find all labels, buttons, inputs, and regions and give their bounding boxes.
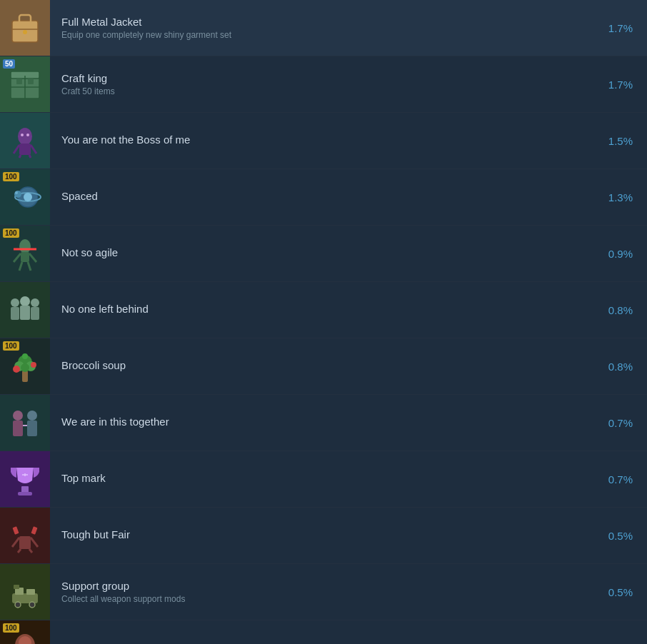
svg-rect-8 [16, 79, 22, 84]
achievement-icon-craft-king: 50 [0, 56, 50, 112]
achievement-row[interactable]: Support groupCollect all weapon support … [0, 564, 647, 620]
achievement-badge: 50 [3, 59, 15, 69]
svg-point-40 [21, 363, 29, 372]
achievement-icon-support-group [0, 564, 50, 620]
achievement-title: No one left behind [61, 303, 593, 315]
svg-point-66 [29, 602, 35, 608]
achievement-icon-top-mark [0, 451, 50, 507]
svg-rect-35 [31, 307, 39, 320]
svg-line-26 [29, 253, 36, 262]
achievement-icon-spaced: 100 [0, 169, 50, 225]
svg-point-20 [24, 193, 32, 201]
achievement-info-craft-king: Craft kingCraft 50 items [50, 64, 604, 105]
achievement-row[interactable]: 100Not so agile0.9% [0, 226, 647, 282]
svg-line-25 [14, 253, 21, 262]
achievement-list: Full Metal JacketEquip one completely ne… [0, 0, 647, 644]
svg-line-58 [29, 549, 32, 553]
svg-point-10 [18, 128, 32, 145]
achievement-info-top-mark: Top mark [50, 463, 604, 495]
svg-point-21 [14, 191, 21, 198]
achievement-info-not-so-agile: Not so agile [50, 238, 604, 269]
achievement-info-we-are-in-this-together: We are in this together [50, 407, 604, 438]
svg-rect-63 [26, 589, 35, 595]
achievement-percent: 1.7% [604, 79, 647, 91]
achievement-info-brute-hunter: Brute Hunter [50, 633, 604, 644]
svg-point-45 [27, 411, 37, 421]
achievement-icon-you-are-not-the-boss [0, 113, 50, 168]
svg-point-3 [23, 30, 27, 34]
svg-point-23 [19, 239, 31, 253]
achievement-percent: 1.3% [604, 191, 647, 203]
achievement-percent: 0.8% [604, 304, 647, 316]
svg-point-30 [11, 298, 19, 307]
achievement-percent: 0.5% [604, 530, 647, 542]
achievement-row[interactable]: Full Metal JacketEquip one completely ne… [0, 0, 647, 56]
achievement-info-no-one-left-behind: No one left behind [50, 294, 604, 326]
achievement-info-you-are-not-the-boss: You are not the Boss of me [50, 125, 604, 156]
svg-line-12 [14, 145, 19, 154]
achievement-row[interactable]: Tough but Fair0.5% [0, 508, 647, 564]
achievement-info-full-metal-jacket: Full Metal JacketEquip one completely ne… [50, 7, 604, 49]
svg-rect-47 [27, 421, 37, 436]
achievement-row[interactable]: 100Spaced1.3% [0, 169, 647, 226]
achievement-title: Not so agile [61, 246, 593, 258]
achievement-row[interactable]: 50Craft kingCraft 50 items1.7% [0, 56, 647, 113]
achievement-description: Craft 50 items [61, 86, 593, 96]
achievement-badge: 100 [3, 228, 19, 238]
svg-rect-46 [13, 421, 23, 436]
achievement-title: Craft king [61, 72, 593, 84]
svg-rect-9 [28, 79, 34, 84]
achievement-row[interactable]: Top mark0.7% [0, 451, 647, 508]
svg-line-15 [29, 155, 31, 158]
svg-point-17 [26, 134, 29, 136]
achievement-icon-broccoli-soup: 100 [0, 338, 50, 394]
svg-line-57 [18, 549, 21, 553]
svg-point-42 [31, 362, 36, 368]
achievement-info-spaced: Spaced [50, 181, 604, 213]
svg-rect-24 [21, 252, 29, 262]
achievement-title: Broccoli soup [61, 359, 593, 371]
achievement-icon-no-one-left-behind [0, 282, 50, 338]
svg-point-44 [13, 411, 23, 421]
achievement-title: Full Metal Jacket [61, 16, 593, 28]
svg-line-13 [31, 145, 36, 154]
svg-line-28 [28, 262, 31, 271]
achievement-percent: 0.9% [604, 248, 647, 260]
achievement-icon-full-metal-jacket [0, 0, 50, 56]
achievement-title: Tough but Fair [61, 528, 593, 540]
achievement-title: Spaced [61, 190, 593, 202]
achievement-row[interactable]: We are in this together0.7% [0, 395, 647, 451]
svg-rect-36 [22, 371, 28, 382]
svg-point-16 [21, 134, 24, 136]
achievement-percent: 1.7% [604, 22, 647, 34]
svg-rect-34 [20, 306, 30, 320]
achievement-badge: 100 [3, 172, 19, 181]
achievement-title: Top mark [61, 472, 593, 484]
svg-line-56 [31, 538, 38, 547]
achievement-row[interactable]: You are not the Boss of me1.5% [0, 113, 647, 169]
svg-point-32 [31, 298, 39, 307]
achievement-info-broccoli-soup: Broccoli soup [50, 351, 604, 382]
achievement-row[interactable]: 100Brute Hunter0.5% [0, 620, 647, 644]
svg-rect-64 [14, 585, 19, 589]
achievement-row[interactable]: No one left behind0.8% [0, 282, 647, 338]
achievement-percent: 0.8% [604, 361, 647, 373]
achievement-icon-brute-hunter: 100 [0, 620, 50, 644]
achievement-description: Collect all weapon support mods [61, 594, 593, 604]
svg-rect-59 [12, 526, 19, 534]
svg-line-27 [19, 262, 22, 271]
achievement-icon-we-are-in-this-together [0, 395, 50, 451]
achievement-info-support-group: Support groupCollect all weapon support … [50, 571, 604, 613]
achievement-percent: 0.5% [604, 586, 647, 598]
svg-rect-54 [19, 536, 31, 549]
svg-rect-50 [18, 492, 32, 495]
svg-rect-33 [11, 307, 19, 320]
achievement-icon-not-so-agile: 100 [0, 226, 50, 281]
achievement-badge: 100 [3, 623, 19, 633]
achievement-row[interactable]: 100Broccoli soup0.8% [0, 338, 647, 395]
svg-line-55 [12, 538, 19, 547]
svg-rect-11 [19, 144, 31, 155]
achievement-percent: 1.5% [604, 135, 647, 147]
svg-point-22 [15, 191, 18, 194]
achievement-title: Brute Hunter [61, 641, 593, 644]
